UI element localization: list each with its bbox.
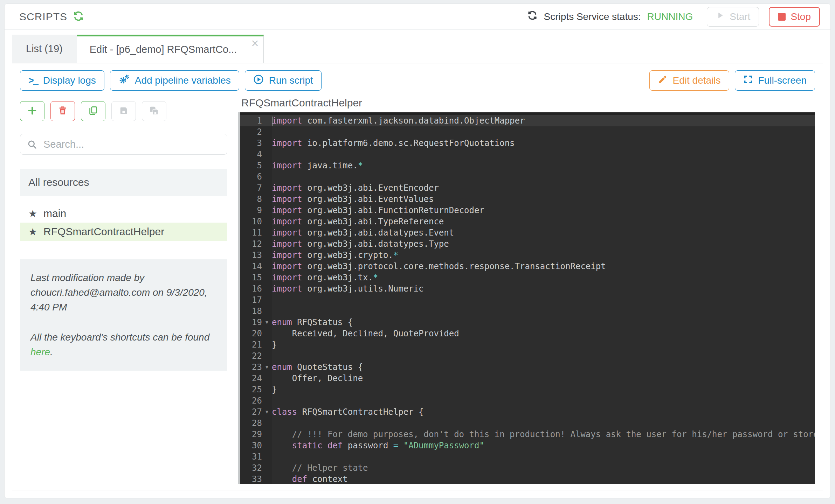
code-line[interactable]: 1import com.fasterxml.jackson.databind.O… [240,115,815,126]
code-line[interactable]: 30 static def password = "ADummyPassword… [240,440,815,451]
resource-item[interactable]: ★main [20,204,227,223]
resource-group-header: All resources [20,169,227,196]
code-line[interactable]: 32 // Helper state [240,462,815,474]
code-line[interactable]: 16import org.web3j.utils.Numeric [240,283,815,294]
fold-gutter-space [262,283,272,294]
code-line[interactable]: 3import io.platform6.demo.sc.RequestForQ… [240,138,815,149]
editor-gutter: 12 [240,238,272,250]
run-script-button[interactable]: Run script [245,70,322,91]
pencil-icon [658,75,668,87]
stop-button[interactable]: Stop [769,7,820,27]
code-text: def context [272,474,815,484]
code-line[interactable]: 15import org.web3j.tx.* [240,272,815,283]
code-text: import org.web3j.abi.EventValues [272,194,815,205]
fold-gutter-space [262,294,272,306]
code-line[interactable]: 22 [240,350,815,362]
code-text: import org.web3j.protocol.core.methods.r… [272,261,815,272]
tab-edit-label: Edit - [p6_demo] RFQSmartCo... [90,44,237,55]
code-line[interactable]: 13import org.web3j.crypto.* [240,250,815,261]
code-line[interactable]: 17 [240,294,815,306]
search-input[interactable] [20,134,227,155]
code-line[interactable]: 9import org.web3j.abi.FunctionReturnDeco… [240,205,815,216]
code-line[interactable]: 8import org.web3j.abi.EventValues [240,194,815,205]
service-status-label: Scripts Service status: [544,11,641,22]
resource-actions [20,101,227,121]
line-number: 19 [240,317,262,328]
delete-resource-button[interactable] [50,101,75,121]
editor-gutter: 11 [240,227,272,238]
editor-gutter: 31 [240,451,272,462]
code-text [272,306,815,317]
code-line[interactable]: 20 Received, Declined, QuoteProvided [240,328,815,339]
tab-list[interactable]: List (19) [12,35,77,63]
code-line[interactable]: 12import org.web3j.abi.datatypes.Type [240,238,815,250]
code-line[interactable]: 28 [240,418,815,429]
shortcuts-link[interactable]: here [30,346,50,357]
code-line[interactable]: 14import org.web3j.protocol.core.methods… [240,261,815,272]
close-icon[interactable]: × [251,37,258,50]
code-line[interactable]: 7import org.web3j.abi.EventEncoder [240,182,815,194]
full-screen-button[interactable]: Full-screen [735,70,815,91]
fold-arrow-icon[interactable]: ▾ [262,362,272,373]
editor-gutter: 2 [240,126,272,138]
edit-details-button[interactable]: Edit details [649,70,729,91]
add-resource-button[interactable] [20,101,44,121]
fold-gutter-space [262,138,272,149]
code-line[interactable]: 18 [240,306,815,317]
code-editor[interactable]: 1import com.fasterxml.jackson.databind.O… [240,112,815,484]
code-text: import io.platform6.demo.sc.RequestForQu… [272,138,815,149]
service-refresh-icon[interactable] [527,10,538,23]
line-number: 33 [240,474,262,484]
code-line[interactable]: 2 [240,126,815,138]
editor-gutter: 4 [240,149,272,160]
display-logs-button[interactable]: >_ Display logs [20,70,104,91]
add-pipeline-variables-button[interactable]: Add pipeline variables [110,70,239,91]
editor-gutter: 18 [240,306,272,317]
code-line[interactable]: 25} [240,384,815,395]
line-number: 6 [240,171,262,182]
resource-item[interactable]: ★RFQSmartContractHelper [20,223,227,241]
line-number: 4 [240,149,262,160]
save-all-button[interactable] [142,101,166,121]
editor-gutter: 25 [240,384,272,395]
code-line[interactable]: 11import org.web3j.abi.datatypes.Event [240,227,815,238]
code-line[interactable]: 29 // !!! For demo purposes, don't do th… [240,429,815,440]
display-logs-label: Display logs [43,75,96,86]
start-button[interactable]: Start [707,7,759,27]
editor-scrollbar[interactable] [238,112,240,484]
code-line[interactable]: 4 [240,149,815,160]
duplicate-resource-button[interactable] [81,101,105,121]
code-line[interactable]: 21} [240,339,815,350]
code-line[interactable]: 26 [240,395,815,406]
fold-arrow-icon[interactable]: ▾ [262,317,272,328]
code-text [272,395,815,406]
save-resource-button[interactable] [111,101,136,121]
code-line[interactable]: 10import org.web3j.abi.TypeReference [240,216,815,227]
code-text: enum RFQStatus { [272,317,815,328]
play-icon [716,11,725,22]
fold-arrow-icon[interactable]: ▾ [262,406,272,418]
editor-gutter: 23▾ [240,362,272,373]
tab-edit[interactable]: Edit - [p6_demo] RFQSmartCo... × [77,35,264,63]
code-line[interactable]: 23▾enum QuoteStatus { [240,362,815,373]
code-text: import java.time.* [272,160,815,171]
code-line[interactable]: 24 Offer, Decline [240,373,815,384]
code-line[interactable]: 27▾class RFQSmartContractHelper { [240,406,815,418]
code-text [272,126,815,138]
refresh-scripts-icon[interactable] [73,10,84,23]
fold-gutter-space [262,205,272,216]
code-line[interactable]: 31 [240,451,815,462]
editor-gutter: 15 [240,272,272,283]
code-line[interactable]: 5import java.time.* [240,160,815,171]
code-line[interactable]: 33 def context [240,474,815,484]
stop-button-label: Stop [791,11,811,22]
code-line[interactable]: 19▾enum RFQStatus { [240,317,815,328]
resource-sidebar: All resources ★main★RFQSmartContractHelp… [20,96,227,484]
line-number: 9 [240,205,262,216]
search-icon [27,139,37,150]
editor-gutter: 1 [240,115,272,126]
play-circle-icon [253,74,264,87]
line-number: 32 [240,462,262,474]
code-line[interactable]: 6 [240,171,815,182]
line-number: 11 [240,227,262,238]
